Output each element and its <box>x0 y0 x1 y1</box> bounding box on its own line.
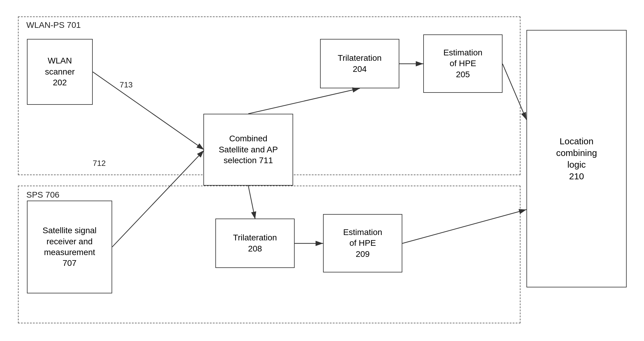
hpe-209-box: Estimation of HPE 209 <box>323 214 402 272</box>
satellite-receiver-box: Satellite signal receiver and measuremen… <box>27 201 112 293</box>
wlan-ps-label: WLAN-PS 701 <box>26 20 81 30</box>
hpe-205-box: Estimation of HPE 205 <box>423 34 503 93</box>
trilateration-204-box: Trilateration 204 <box>320 39 399 88</box>
label-712: 712 <box>93 159 106 168</box>
diagram-container: WLAN-PS 701 SPS 706 WLAN scanner 202 Com… <box>0 0 644 341</box>
trilateration-208-box: Trilateration 208 <box>215 219 295 268</box>
combined-selection-box: Combined Satellite and AP selection 711 <box>203 114 293 186</box>
location-combining-box: Location combining logic 210 <box>526 30 627 287</box>
wlan-scanner-box: WLAN scanner 202 <box>27 39 93 105</box>
label-713: 713 <box>120 80 133 90</box>
sps-label: SPS 706 <box>26 190 60 200</box>
